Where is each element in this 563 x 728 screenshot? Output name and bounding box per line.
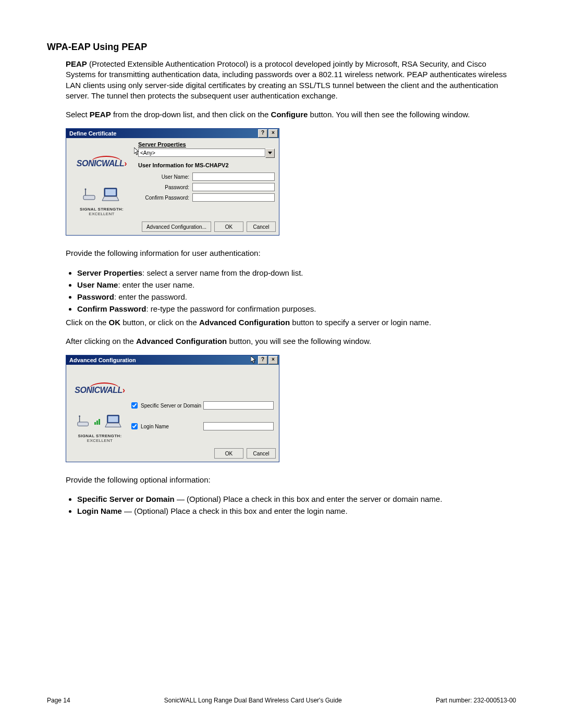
sonicwall-logo: SONICWALL› <box>75 386 125 395</box>
para2-post: button. You will then see the following … <box>308 110 470 119</box>
signal-strength-value: EXCELLENT <box>87 438 113 443</box>
specific-server-row: Specific Server or Domain <box>131 401 274 410</box>
signal-bars-icon <box>94 419 100 425</box>
cancel-button[interactable]: Cancel <box>247 448 276 459</box>
para4-post: button to specify a server or login name… <box>290 318 431 327</box>
laptop-icon <box>103 414 123 429</box>
dialog-left-panel: SONICWALL› <box>68 367 131 443</box>
svg-rect-13 <box>108 416 118 422</box>
ok-button[interactable]: OK <box>214 221 243 232</box>
login-name-input[interactable] <box>203 422 274 430</box>
username-label: User Name: <box>135 174 192 180</box>
dialog-buttons: OK Cancel <box>66 445 279 462</box>
signal-strength-value: EXCELLENT <box>89 212 114 216</box>
router-icon <box>82 188 98 202</box>
user-info-header: User Information for MS-CHAPV2 <box>138 162 275 168</box>
dialog-left-panel: SONICWALL› <box>68 140 135 216</box>
login-name-checkbox[interactable] <box>131 423 138 429</box>
cursor-icon <box>134 147 140 156</box>
devices-illustration <box>82 187 121 203</box>
ok-button[interactable]: OK <box>214 448 243 459</box>
paragraph-2: Select PEAP from the drop-down list, and… <box>66 109 516 120</box>
svg-point-11 <box>79 415 80 417</box>
server-properties-combo[interactable] <box>138 149 275 158</box>
list1-item1-rest: : select a server name from the drop-dow… <box>142 268 303 277</box>
para2-b2: Configure <box>271 110 308 119</box>
username-input[interactable] <box>192 172 275 181</box>
para4-mid: button, or click on the <box>120 318 199 327</box>
chevron-down-icon <box>268 152 272 155</box>
dialog-buttons: Advanced Configuration... OK Cancel <box>66 218 279 235</box>
optional-info-list: Specific Server or Domain — (Optional) P… <box>66 493 516 516</box>
password-label: Password: <box>135 184 192 190</box>
password-input[interactable] <box>192 183 275 191</box>
svg-marker-14 <box>105 423 121 427</box>
titlebar: Advanced Configuration ? × <box>66 355 279 365</box>
page-footer: Page 14 SonicWALL Long Range Dual Band W… <box>0 697 563 704</box>
signal-strength: SIGNAL STRENGTH: EXCELLENT <box>68 207 135 216</box>
confirm-password-input[interactable] <box>192 193 275 202</box>
login-name-label: Login Name <box>141 424 203 429</box>
dialog-right-panel: Server Properties User Information for M… <box>135 140 277 216</box>
help-button[interactable]: ? <box>258 356 267 364</box>
close-button[interactable]: × <box>268 356 278 364</box>
advanced-config-button[interactable]: Advanced Configuration... <box>142 221 211 232</box>
footer-page: Page 14 <box>47 697 70 704</box>
svg-rect-9 <box>78 422 89 426</box>
paragraph-5: After clicking on the Advanced Configura… <box>66 336 516 347</box>
list1-item3-rest: : enter the password. <box>114 292 187 301</box>
auth-info-list: Server Properties: select a server name … <box>66 267 516 314</box>
list1-item2-rest: : enter the user name. <box>118 280 194 289</box>
logo-tail-icon: › <box>124 159 127 168</box>
help-button[interactable]: ? <box>258 129 267 138</box>
list1-item3-bold: Password <box>77 292 114 301</box>
cursor-icon <box>251 356 257 364</box>
svg-marker-6 <box>134 147 139 155</box>
devices-illustration <box>77 414 123 429</box>
bold-peap: PEAP <box>66 59 87 68</box>
cancel-button[interactable]: Cancel <box>247 221 276 232</box>
para2-b1: PEAP <box>90 110 111 119</box>
sonicwall-logo: SONICWALL› <box>77 159 127 168</box>
para2-mid: from the drop-down list, and then click … <box>111 110 271 119</box>
svg-marker-8 <box>251 356 255 363</box>
para5-pre: After clicking on the <box>66 337 136 346</box>
username-row: User Name: <box>135 172 275 181</box>
list1-item4-bold: Confirm Password <box>77 304 146 313</box>
svg-marker-7 <box>268 152 272 154</box>
list2-item1-rest: — (Optional) Place a check in this box a… <box>175 495 443 503</box>
para2-pre: Select <box>66 110 90 119</box>
footer-title: SonicWALL Long Range Dual Band Wireless … <box>164 697 342 704</box>
paragraph-3: Provide the following information for us… <box>66 248 516 258</box>
list1-item2-bold: User Name <box>77 280 118 289</box>
svg-rect-0 <box>83 195 95 200</box>
dialog-right-panel: Specific Server or Domain Login Name <box>131 367 277 443</box>
para4-pre: Click on the <box>66 318 109 327</box>
specific-server-label: Specific Server or Domain <box>141 403 203 409</box>
specific-server-input[interactable] <box>203 401 274 410</box>
specific-server-checkbox[interactable] <box>131 402 138 409</box>
para5-b1: Advanced Configuration <box>136 337 227 346</box>
signal-strength-label: SIGNAL STRENGTH: <box>80 207 124 212</box>
server-properties-input[interactable] <box>138 149 265 157</box>
section-heading: WPA-EAP Using PEAP <box>47 42 516 53</box>
logo-tail-icon: › <box>123 386 125 394</box>
logo-arc-icon <box>91 156 121 162</box>
advanced-config-dialog: Advanced Configuration ? × SONICWALL› <box>66 355 279 462</box>
list2-item2-bold: Login Name <box>77 507 122 515</box>
paragraph-1: PEAP (Protected Extensible Authenticatio… <box>66 59 516 101</box>
para1-rest: (Protected Extensible Authentication Pro… <box>66 59 507 100</box>
login-name-row: Login Name <box>131 422 274 430</box>
define-certificate-dialog: Define Certificate ? × SONICWALL› <box>66 128 279 236</box>
dropdown-button[interactable] <box>265 149 275 158</box>
signal-strength-label: SIGNAL STRENGTH: <box>78 434 122 438</box>
confirm-password-label: Confirm Password: <box>135 195 192 201</box>
para4-b2: Advanced Configuration <box>199 318 290 327</box>
password-row: Password: <box>135 183 275 191</box>
close-button[interactable]: × <box>268 129 278 138</box>
paragraph-6: Provide the following optional informati… <box>66 475 516 485</box>
confirm-password-row: Confirm Password: <box>135 193 275 202</box>
server-properties-label: Server Properties <box>138 141 275 147</box>
list1-item1-bold: Server Properties <box>77 268 142 277</box>
list2-item2-rest: — (Optional) Place a check in this box a… <box>122 507 348 515</box>
